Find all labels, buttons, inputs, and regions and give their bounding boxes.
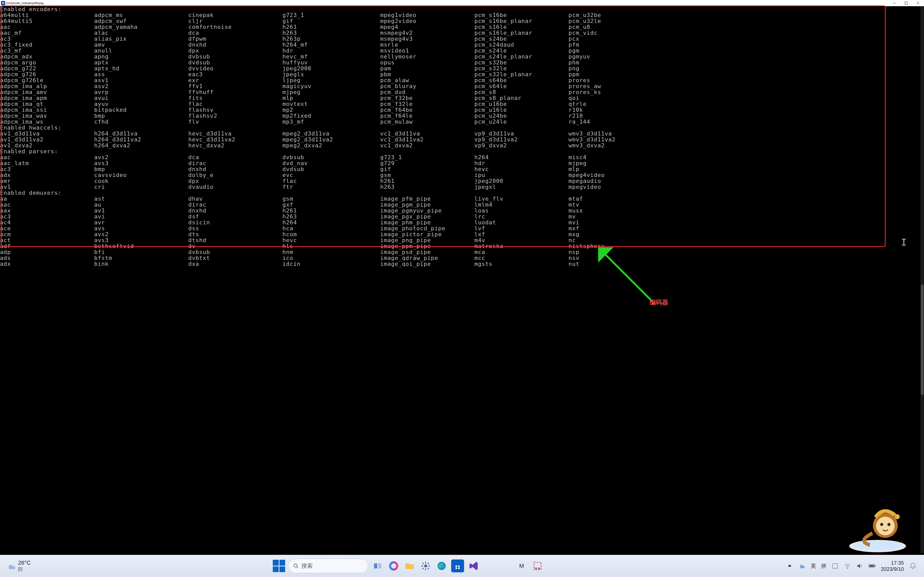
svg-rect-30 [458,566,460,567]
weather-widget[interactable]: 26°C 阴 [6,559,31,572]
settings-icon[interactable] [419,559,432,572]
start-button[interactable] [273,560,285,572]
titlebar: M /c/Users/lin_h/desktop/ffmpeg [0,0,924,6]
maximize-button[interactable] [900,0,912,6]
clock-time: 17:35 [881,560,904,566]
svg-rect-29 [456,566,457,567]
svg-point-16 [390,562,397,569]
svg-line-23 [428,568,429,569]
svg-rect-36 [833,564,838,569]
svg-rect-40 [869,565,874,567]
green-app-icon[interactable] [483,559,496,572]
vertical-scrollbar[interactable] [921,6,924,553]
clock-date: 2023/9/10 [881,566,904,572]
svg-point-12 [294,564,297,567]
svg-line-24 [428,563,429,564]
svg-point-37 [847,568,848,569]
edge-icon[interactable] [435,559,448,572]
svg-rect-14 [374,563,377,569]
wifi-icon[interactable] [844,562,851,569]
minimize-button[interactable] [888,0,900,6]
app-icon: M [1,1,5,5]
weather-temp: 26°C [18,559,31,566]
weather-cond: 阴 [18,566,31,572]
snip-icon[interactable] [531,559,544,572]
clock[interactable]: 17:35 2023/9/10 [881,560,904,572]
notification-icon[interactable] [909,562,917,570]
scrollbar-thumb[interactable] [921,284,924,395]
svg-rect-1 [905,2,908,4]
battery-icon[interactable] [869,562,876,569]
copilot-icon[interactable] [387,559,400,572]
text-cursor: I [901,237,907,248]
tray-onedrive-icon[interactable] [798,562,806,569]
svg-point-35 [538,567,540,569]
msys2-icon[interactable]: M [515,559,528,572]
search-placeholder: 搜索 [301,562,313,570]
close-button[interactable] [912,0,924,6]
taskbar: 26°C 阴 搜索 M 英 拼 17:35 2023/9/10 [0,555,924,577]
tray-chevron-icon[interactable] [786,562,793,569]
svg-rect-15 [378,563,381,569]
svg-line-22 [423,563,423,564]
ime-tool-icon[interactable] [832,562,839,569]
volume-icon[interactable] [856,562,863,569]
svg-rect-28 [456,562,459,564]
visual-studio-icon[interactable] [467,559,480,572]
svg-point-34 [535,567,537,569]
file-explorer-icon[interactable] [403,559,416,572]
svg-point-17 [424,564,427,567]
ime-lang-2[interactable]: 拼 [821,562,826,569]
svg-line-25 [423,568,423,569]
taskbar-search[interactable]: 搜索 [288,559,368,573]
ime-lang-1[interactable]: 英 [811,562,816,569]
svg-rect-31 [456,567,457,569]
svg-line-13 [297,567,298,568]
terminal-output[interactable]: Enabled encoders:a64multi adpcm_ms cinep… [0,6,924,555]
red-grid-icon[interactable] [499,559,512,572]
svg-rect-32 [458,567,460,569]
window-title: /c/Users/lin_h/desktop/ffmpeg [6,2,44,5]
store-icon[interactable] [451,559,464,572]
task-view-icon[interactable] [371,559,384,572]
svg-rect-39 [875,565,876,567]
